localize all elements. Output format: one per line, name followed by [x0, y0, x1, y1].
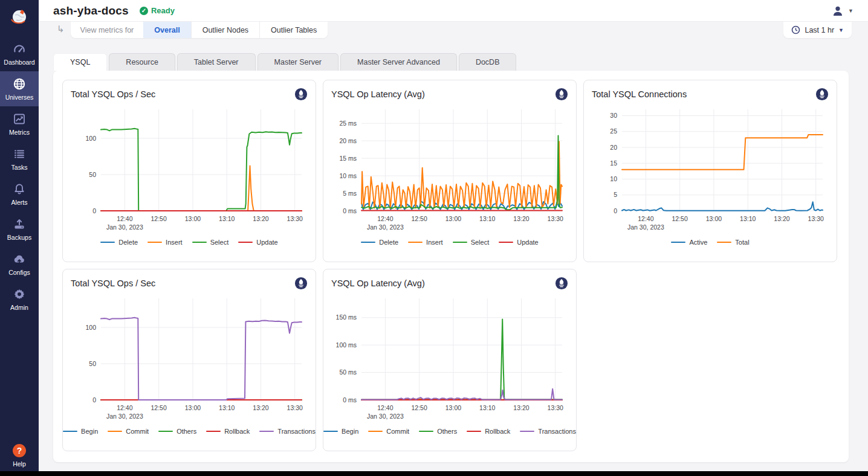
prometheus-icon[interactable] [294, 277, 308, 290]
svg-text:150 ms: 150 ms [336, 314, 357, 321]
metric-card: Total YSQL Ops / Sec05010012:40Jan 30, 2… [62, 80, 316, 262]
sidebar-item-configs[interactable]: Configs [0, 246, 39, 281]
svg-text:Jan 30, 2023: Jan 30, 2023 [106, 413, 143, 420]
sidebar-item-label: Universes [5, 94, 34, 101]
svg-text:13:00: 13:00 [185, 404, 201, 411]
legend-item-rollback[interactable]: Rollback [467, 428, 510, 435]
sidebar-item-tasks[interactable]: Tasks [0, 141, 39, 176]
prometheus-icon[interactable] [555, 277, 568, 290]
sidebar-item-universes[interactable]: Universes [0, 71, 39, 106]
svg-text:13:30: 13:30 [548, 215, 563, 222]
svg-text:12:50: 12:50 [672, 215, 688, 222]
tab-tablet-server[interactable]: Tablet Server [177, 53, 256, 71]
legend-label: Rollback [485, 428, 510, 435]
tab-resource[interactable]: Resource [109, 53, 175, 71]
sidebar-item-admin[interactable]: Admin [0, 281, 39, 317]
metric-tabs: YSQLResourceTablet ServerMaster ServerMa… [53, 53, 518, 71]
legend-item-transactions[interactable]: Transactions [520, 428, 576, 435]
legend-item-delete[interactable]: Delete [361, 239, 398, 246]
chart-canvas[interactable]: 0 ms50 ms100 ms150 ms12:40Jan 30, 202312… [331, 292, 568, 423]
tab-docdb[interactable]: DocDB [459, 53, 517, 71]
time-range-dropdown[interactable]: Last 1 hr ▼ [783, 22, 852, 38]
legend-item-update[interactable]: Update [499, 239, 538, 246]
chart-canvas[interactable]: 05010012:40Jan 30, 202312:5013:0013:1013… [71, 103, 308, 234]
legend-label: Select [471, 239, 490, 246]
view-metrics-label: View metrics for [71, 26, 144, 34]
scope-tab-outlier-nodes[interactable]: Outlier Nodes [191, 22, 259, 38]
sidebar-item-metrics[interactable]: Metrics [0, 106, 39, 141]
legend-label: Active [689, 239, 707, 246]
legend-item-total[interactable]: Total [717, 239, 749, 246]
legend-label: Begin [81, 428, 98, 435]
legend-item-insert[interactable]: Insert [408, 239, 443, 246]
metric-card: Total YSQL Ops / Sec05010012:40Jan 30, 2… [62, 269, 316, 451]
legend-item-select[interactable]: Select [453, 239, 490, 246]
legend-item-transactions[interactable]: Transactions [259, 428, 316, 435]
user-menu[interactable]: ▼ [832, 5, 853, 17]
svg-text:50 ms: 50 ms [339, 368, 357, 376]
svg-text:12:40: 12:40 [117, 215, 132, 222]
svg-text:0: 0 [614, 207, 617, 214]
scope-tab-overall[interactable]: Overall [143, 22, 190, 38]
sidebar-item-help[interactable]: ? Help [0, 444, 39, 468]
legend-label: Update [517, 239, 538, 246]
tab-master-server[interactable]: Master Server [257, 53, 339, 71]
sidebar-item-alerts[interactable]: Alerts [0, 176, 39, 211]
chart-canvas[interactable]: 05101520253012:40Jan 30, 202312:5013:001… [592, 103, 829, 234]
svg-text:13:00: 13:00 [445, 404, 461, 411]
chart-title: Total YSQL Ops / Sec [71, 89, 155, 99]
globe-icon [13, 77, 26, 91]
prometheus-icon[interactable] [815, 88, 829, 101]
yugabyte-logo[interactable] [0, 0, 39, 35]
chart-title: Total YSQL Ops / Sec [71, 278, 155, 288]
header: ash-yba-docs ✓ Ready ▼ [39, 0, 868, 22]
help-label: Help [13, 460, 26, 468]
sidebar-item-label: Dashboard [4, 59, 34, 66]
legend-label: Others [177, 428, 196, 435]
svg-text:13:10: 13:10 [219, 404, 235, 411]
legend-item-others[interactable]: Others [158, 428, 196, 435]
scope-tab-outlier-tables[interactable]: Outlier Tables [259, 22, 328, 38]
svg-text:5 ms: 5 ms [343, 190, 357, 197]
legend-label: Transactions [277, 428, 316, 435]
legend-label: Update [256, 239, 277, 246]
legend-item-others[interactable]: Others [419, 428, 457, 435]
chart-title: Total YSQL Connections [592, 89, 687, 99]
chart-legend: BeginCommitOthersRollbackTransactions [71, 428, 308, 435]
legend-item-begin[interactable]: Begin [63, 428, 98, 435]
legend-item-select[interactable]: Select [192, 239, 229, 246]
legend-label: Delete [379, 239, 398, 246]
legend-item-begin[interactable]: Begin [323, 428, 358, 435]
prometheus-icon[interactable] [555, 88, 568, 101]
svg-text:13:20: 13:20 [513, 215, 529, 222]
svg-text:13:10: 13:10 [219, 215, 235, 222]
user-avatar-icon [832, 5, 844, 17]
svg-text:0 ms: 0 ms [343, 207, 357, 214]
tab-master-server-advanced[interactable]: Master Server Advanced [340, 53, 457, 71]
tab-ysql[interactable]: YSQL [53, 53, 107, 71]
sidebar-item-dashboard[interactable]: Dashboard [0, 36, 39, 71]
prometheus-icon[interactable] [294, 88, 308, 101]
chart-legend: BeginCommitOthersRollbackTransactions [331, 428, 568, 435]
legend-item-commit[interactable]: Commit [108, 428, 149, 435]
chart-canvas[interactable]: 05010012:40Jan 30, 202312:5013:0013:1013… [71, 292, 308, 423]
legend-item-update[interactable]: Update [238, 239, 277, 246]
chart-legend: ActiveTotal [592, 239, 829, 246]
chart-title: YSQL Op Latency (Avg) [331, 278, 425, 288]
metric-card: Total YSQL Connections05101520253012:40J… [583, 80, 837, 262]
list-icon [13, 147, 26, 161]
legend-item-rollback[interactable]: Rollback [206, 428, 250, 435]
legend-item-delete[interactable]: Delete [100, 239, 138, 246]
svg-text:Jan 30, 2023: Jan 30, 2023 [106, 224, 143, 231]
legend-item-insert[interactable]: Insert [147, 239, 183, 246]
legend-item-active[interactable]: Active [671, 239, 707, 246]
legend-item-commit[interactable]: Commit [368, 428, 409, 435]
sidebar-item-backups[interactable]: Backups [0, 211, 39, 246]
svg-text:100 ms: 100 ms [336, 341, 357, 349]
view-metrics-switch: View metrics for OverallOutlier NodesOut… [71, 22, 328, 38]
status-badge: ✓ Ready [140, 6, 175, 15]
chart-canvas[interactable]: 0 ms5 ms10 ms15 ms20 ms25 ms12:40Jan 30,… [331, 103, 568, 234]
svg-text:13:20: 13:20 [774, 215, 789, 222]
svg-text:13:10: 13:10 [479, 404, 495, 411]
help-icon: ? [13, 444, 26, 457]
